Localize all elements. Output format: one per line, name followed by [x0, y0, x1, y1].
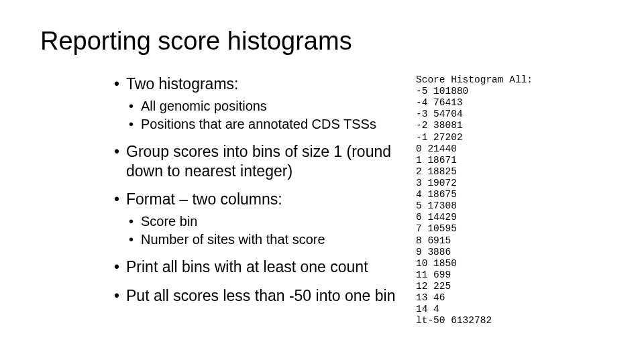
histogram-row: 5 17308 — [416, 200, 457, 211]
histogram-row: 7 10595 — [416, 223, 457, 234]
bullet-level2: All genomic positions — [129, 98, 416, 115]
histogram-row: 1 18671 — [416, 155, 457, 166]
bullet-level2: Positions that are annotated CDS TSSs — [129, 116, 416, 133]
histogram-row: -1 27202 — [416, 132, 463, 143]
bullet-level1: Format – two columns: — [114, 190, 416, 209]
histogram-row: -5 101880 — [416, 86, 468, 97]
list-group: Format – two columns: Score bin Number o… — [114, 190, 416, 248]
histogram-row: 8 6915 — [416, 235, 451, 246]
bullet-level1: Print all bins with at least one count — [114, 257, 416, 277]
list-group: Put all scores less than -50 into one bi… — [114, 286, 416, 306]
histogram-row: 14 4 — [416, 304, 439, 314]
histogram-row: 4 18675 — [416, 189, 457, 200]
bullet-level2: Number of sites with that score — [129, 231, 416, 248]
histogram-row: 11 699 — [416, 269, 451, 280]
histogram-column: Score Histogram All: -5 101880 -4 76413 … — [416, 74, 604, 326]
histogram-row: 12 225 — [416, 281, 451, 292]
histogram-row: 0 21440 — [416, 143, 457, 154]
bullet-level1: Group scores into bins of size 1 (round … — [114, 142, 416, 181]
histogram-row: 9 3886 — [416, 247, 451, 257]
histogram-row: 2 18825 — [416, 166, 457, 177]
histogram-row: -3 54704 — [416, 109, 463, 119]
histogram-header: Score Histogram All: — [416, 74, 533, 85]
histogram-row: 10 1850 — [416, 258, 457, 269]
bullet-list: Two histograms: All genomic positions Po… — [114, 74, 416, 306]
bullet-level2: Score bin — [129, 213, 416, 230]
page-title: Reporting score histograms — [40, 27, 604, 56]
list-group: Group scores into bins of size 1 (round … — [114, 142, 416, 181]
bullet-level1: Two histograms: — [114, 74, 416, 94]
histogram-row: 13 46 — [416, 292, 445, 303]
list-group: Print all bins with at least one count — [114, 257, 416, 277]
histogram-row: -4 76413 — [416, 97, 463, 108]
histogram-row: 6 14429 — [416, 212, 457, 223]
list-group: Two histograms: All genomic positions Po… — [114, 74, 416, 133]
histogram-row: lt-50 6132782 — [416, 315, 492, 326]
slide: Reporting score histograms Two histogram… — [0, 0, 644, 340]
histogram-block: Score Histogram All: -5 101880 -4 76413 … — [416, 74, 604, 326]
bullet-column: Two histograms: All genomic positions Po… — [40, 74, 416, 326]
bullet-level1: Put all scores less than -50 into one bi… — [114, 286, 416, 306]
histogram-row: -2 38081 — [416, 120, 463, 131]
content-row: Two histograms: All genomic positions Po… — [40, 74, 604, 326]
histogram-row: 3 19072 — [416, 178, 457, 188]
